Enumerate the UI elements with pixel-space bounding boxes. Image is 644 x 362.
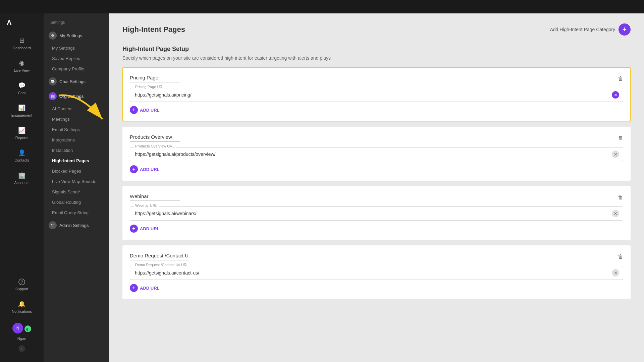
- settings-sub-email-query-string[interactable]: Email Query String: [44, 207, 109, 218]
- products-add-url-icon: +: [130, 165, 138, 173]
- products-url-input[interactable]: [130, 147, 623, 161]
- chat-settings-group-label: Chat Settings: [59, 79, 86, 84]
- settings-sub-blocked-pages[interactable]: Blocked Pages: [44, 166, 109, 176]
- demo-url-wrapper: Demo Request /Contact Us URL ✕: [130, 266, 623, 280]
- sidebar-item-contacts-label: Contacts: [14, 158, 29, 162]
- webinar-page-card: Webinar 🗑 Webinar URL ✕ + ADD URL: [122, 186, 631, 240]
- sidebar-item-reports-label: Reports: [15, 136, 29, 140]
- settings-sub-high-intent-pages[interactable]: High-Intent Pages: [44, 156, 109, 166]
- settings-sub-signals-score[interactable]: Signals Score*: [44, 187, 109, 197]
- webinar-add-url-icon: +: [130, 225, 138, 233]
- products-url-label: Products Overview URL: [134, 144, 176, 148]
- products-delete-button[interactable]: 🗑: [618, 135, 623, 141]
- settings-sub-email-settings[interactable]: Email Settings: [44, 124, 109, 135]
- pricing-delete-button[interactable]: 🗑: [618, 76, 623, 82]
- live-view-icon: ◉: [19, 59, 24, 67]
- products-url-wrapper: Products Overview URL ✕: [130, 147, 623, 161]
- engagement-icon: 📊: [18, 104, 25, 112]
- add-category-button[interactable]: Add High-Intent Page Category +: [550, 23, 631, 36]
- sidebar-item-notifications-label: Notifications: [12, 309, 32, 313]
- add-category-label: Add High-Intent Page Category: [550, 27, 615, 32]
- webinar-url-wrapper: Webinar URL ✕: [130, 206, 623, 221]
- sidebar-item-contacts[interactable]: 👤 Contacts: [0, 144, 44, 167]
- left-nav: Λ ⊞ Dashboard ◉ Live View 💬 Chat 📊 Engag…: [0, 0, 44, 362]
- accounts-icon: 🏢: [18, 172, 25, 179]
- pricing-page-card: Pricing Page 🗑 Pricing Page URL ✕ + ADD …: [122, 67, 631, 121]
- demo-url-label: Demo Request /Contact Us URL: [134, 263, 190, 267]
- demo-add-url-label: ADD URL: [140, 286, 160, 291]
- settings-section-title: Settings: [44, 13, 109, 28]
- webinar-url-label: Webinar URL: [134, 203, 159, 207]
- sidebar-item-support[interactable]: ? Support: [0, 274, 44, 296]
- sidebar-item-accounts-label: Accounts: [14, 181, 29, 185]
- top-bar: [0, 0, 644, 13]
- demo-url-input[interactable]: [130, 266, 623, 280]
- settings-sub-saved-replies[interactable]: Saved Replies: [44, 53, 109, 64]
- settings-sub-company-profile[interactable]: Company Profile: [44, 64, 109, 74]
- pricing-card-name[interactable]: Pricing Page: [130, 75, 180, 82]
- demo-add-url-button[interactable]: + ADD URL: [130, 284, 623, 292]
- settings-sidebar: Settings ⚙ My Settings My Settings Saved…: [44, 0, 109, 362]
- user-status-badge: g.: [24, 325, 31, 332]
- sidebar-item-engagement[interactable]: 📊 Engagement: [0, 100, 44, 122]
- webinar-url-clear-button[interactable]: ✕: [612, 210, 619, 217]
- webinar-add-url-label: ADD URL: [140, 226, 160, 231]
- support-icon: ?: [18, 279, 25, 285]
- pricing-card-header: Pricing Page 🗑: [130, 75, 623, 82]
- settings-sub-integrations[interactable]: Integrations: [44, 135, 109, 145]
- webinar-card-header: Webinar 🗑: [130, 193, 623, 201]
- sidebar-item-accounts[interactable]: 🏢 Accounts: [0, 167, 44, 189]
- settings-group-my-settings[interactable]: ⚙ My Settings: [44, 28, 109, 43]
- org-settings-group-icon: 🏢: [49, 92, 57, 100]
- org-settings-group-label: Org Settings: [59, 94, 84, 99]
- chat-settings-group-icon: 💬: [49, 77, 57, 85]
- logo: Λ: [0, 13, 44, 32]
- webinar-url-input[interactable]: [130, 206, 623, 221]
- sidebar-item-dashboard[interactable]: ⊞ Dashboard: [0, 32, 44, 55]
- settings-sub-my-settings[interactable]: My Settings: [44, 43, 109, 53]
- sidebar-item-chat[interactable]: 💬 Chat: [0, 77, 44, 100]
- pricing-add-url-button[interactable]: + ADD URL: [130, 106, 623, 114]
- settings-sub-installation[interactable]: Installation: [44, 145, 109, 156]
- sidebar-item-engagement-label: Engagement: [11, 113, 32, 117]
- products-add-url-button[interactable]: + ADD URL: [130, 165, 623, 173]
- my-settings-group-label: My Settings: [59, 33, 82, 38]
- sidebar-item-live-view[interactable]: ◉ Live View: [0, 55, 44, 77]
- collapse-button[interactable]: ‹: [18, 345, 25, 352]
- pricing-url-input[interactable]: [130, 88, 623, 102]
- demo-url-clear-button[interactable]: ✕: [612, 269, 619, 277]
- pricing-url-clear-button[interactable]: ✕: [612, 91, 619, 99]
- pricing-url-label: Pricing Page URL: [134, 85, 166, 89]
- demo-card-name[interactable]: Demo Request /Contact U: [130, 253, 189, 260]
- sidebar-item-support-label: Support: [15, 287, 29, 291]
- settings-group-chat-settings[interactable]: 💬 Chat Settings: [44, 74, 109, 89]
- products-page-card: Products Overview 🗑 Products Overview UR…: [122, 127, 631, 181]
- sidebar-item-reports[interactable]: 📈 Reports: [0, 122, 44, 144]
- products-card-name[interactable]: Products Overview: [130, 134, 180, 142]
- webinar-add-url-button[interactable]: + ADD URL: [130, 225, 623, 233]
- products-card-header: Products Overview 🗑: [130, 134, 623, 142]
- sidebar-item-user-label: Ngan: [17, 337, 26, 341]
- settings-sub-live-view-map-sounds[interactable]: Live View Map Sounds: [44, 176, 109, 187]
- contacts-icon: 👤: [18, 149, 25, 157]
- settings-group-admin-settings[interactable]: 🛡 Admin Settings: [44, 218, 109, 233]
- demo-delete-button[interactable]: 🗑: [618, 254, 623, 260]
- products-url-clear-button[interactable]: ✕: [612, 150, 619, 158]
- settings-group-org-settings[interactable]: 🏢 Org Settings: [44, 89, 109, 104]
- setup-description: Specify which pages on your site are con…: [122, 55, 631, 61]
- demo-page-card: Demo Request /Contact U 🗑 Demo Request /…: [122, 245, 631, 299]
- settings-sub-ai-content[interactable]: AI Content: [44, 104, 109, 114]
- admin-settings-group-icon: 🛡: [49, 221, 57, 229]
- sidebar-item-user[interactable]: N g. Ngan: [0, 318, 44, 345]
- webinar-card-name[interactable]: Webinar: [130, 193, 180, 201]
- my-settings-group-icon: ⚙: [49, 32, 57, 40]
- user-avatar: N: [12, 323, 23, 334]
- sidebar-item-notifications[interactable]: 🔔 Notifications: [0, 296, 44, 318]
- settings-sub-global-routing[interactable]: Global Routing: [44, 197, 109, 207]
- webinar-delete-button[interactable]: 🗑: [618, 194, 623, 200]
- reports-icon: 📈: [18, 127, 25, 134]
- settings-sub-meetings[interactable]: Meetings: [44, 114, 109, 124]
- main-content: High-Intent Pages Add High-Intent Page C…: [109, 0, 644, 362]
- pricing-url-wrapper: Pricing Page URL ✕: [130, 88, 623, 102]
- sidebar-item-chat-label: Chat: [18, 91, 25, 95]
